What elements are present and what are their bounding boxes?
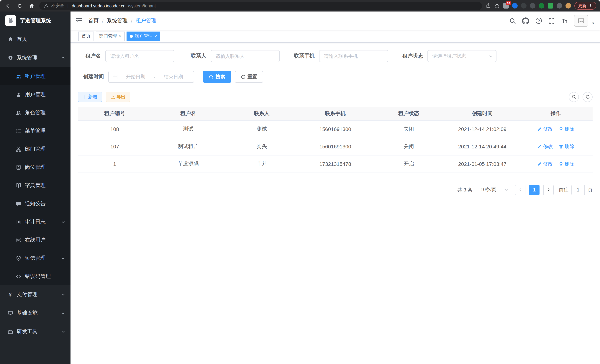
url-path[interactable]: /system/tenant	[128, 3, 156, 8]
delete-button[interactable]: 删除	[559, 126, 574, 132]
col-tenant-id: 租户编号	[78, 107, 151, 120]
browser-refresh-icon[interactable]	[16, 2, 24, 10]
caret-down-icon[interactable]: ▾	[592, 21, 594, 27]
add-button[interactable]: 新增	[78, 92, 102, 102]
export-button[interactable]: 导出	[106, 92, 130, 102]
goto-page-input[interactable]	[572, 185, 585, 195]
status-text: 开启	[372, 155, 445, 173]
share-icon[interactable]	[486, 3, 491, 9]
bookmark-star-icon[interactable]	[494, 3, 500, 9]
tag-home[interactable]: 首页	[78, 31, 94, 41]
sidebar-item-home[interactable]: 首页	[0, 30, 71, 49]
sidebar-item-error-code[interactable]: 错误码管理	[0, 267, 71, 285]
shield-icon	[16, 255, 21, 261]
extension-icon[interactable]	[548, 3, 553, 9]
help-icon[interactable]: ?	[535, 18, 542, 24]
sidebar-item-dept[interactable]: 部门管理	[0, 140, 71, 158]
url-domain[interactable]: dashboard.yudao.iocoder.cn	[72, 3, 125, 8]
org-tree-icon	[16, 146, 21, 152]
toggle-search-button[interactable]	[569, 92, 579, 102]
search-icon[interactable]	[509, 18, 516, 24]
date-range-picker[interactable]: 开始日期 - 结束日期	[108, 71, 194, 83]
browser-chrome: 不安全 | dashboard.yudao.iocoder.cn/system/…	[0, 0, 600, 11]
chevron-up-icon	[61, 56, 65, 60]
sidebar-item-dict[interactable]: 字典管理	[0, 176, 71, 195]
page-size-select[interactable]: 10条/页	[477, 185, 511, 195]
tenant-name-label: 租户名	[78, 53, 101, 59]
phone-input[interactable]	[319, 50, 388, 62]
breadcrumb-system[interactable]: 系统管理	[107, 18, 128, 24]
edit-button[interactable]: 修改	[537, 160, 553, 167]
chevron-down-icon	[489, 54, 493, 58]
address-bar[interactable]: 不安全 | dashboard.yudao.iocoder.cn/system/…	[39, 2, 482, 10]
contact-input[interactable]	[211, 50, 280, 62]
chrome-update-button[interactable]: 更新 ⋮	[574, 2, 596, 10]
status-label: 租户状态	[397, 53, 423, 59]
extension-icon[interactable]	[512, 3, 518, 9]
sidebar-item-system[interactable]: 系统管理	[0, 49, 71, 67]
browser-menu-icon[interactable]: ⋮	[589, 3, 593, 8]
sidebar-item-post[interactable]: 岗位管理	[0, 158, 71, 176]
tag-dept[interactable]: 部门管理 ×	[96, 31, 125, 41]
sidebar-item-sms[interactable]: 短信管理	[0, 249, 71, 267]
delete-button[interactable]: 删除	[559, 143, 574, 150]
browser-home-icon[interactable]	[28, 2, 36, 10]
tab-close-icon[interactable]: ×	[154, 34, 157, 38]
tenant-name-input[interactable]	[105, 50, 174, 62]
extension-icon[interactable]	[521, 3, 526, 9]
status-text: 关闭	[372, 138, 445, 155]
extension-icon[interactable]	[539, 3, 544, 9]
chevron-down-icon	[504, 188, 508, 192]
chevron-down-icon	[61, 311, 65, 315]
delete-button[interactable]: 删除	[559, 160, 574, 167]
date-end-placeholder: 结束日期	[157, 74, 190, 80]
audit-log-icon	[16, 219, 21, 224]
sidebar-menu: 首页 系统管理 租户管理 用户管理	[0, 30, 71, 364]
sidebar-item-payment[interactable]: ¥ 支付管理	[0, 285, 71, 304]
role-users-icon	[16, 110, 21, 115]
col-contact: 联系人	[225, 107, 299, 120]
edit-button[interactable]: 修改	[537, 126, 553, 132]
edit-button[interactable]: 修改	[537, 143, 553, 150]
search-button[interactable]: 搜索	[203, 71, 231, 83]
profile-avatar[interactable]	[565, 3, 571, 9]
extension-icon[interactable]: 10	[503, 3, 509, 9]
security-label[interactable]: 不安全	[51, 3, 64, 9]
extension-icon[interactable]	[557, 3, 562, 9]
sidebar-item-dev-tools[interactable]: 研发工具	[0, 322, 71, 341]
extension-icon[interactable]	[530, 3, 535, 9]
sidebar-item-tenant[interactable]: 租户管理	[0, 67, 71, 85]
total-count: 共 3 条	[457, 187, 472, 193]
sidebar-item-user[interactable]: 用户管理	[0, 85, 71, 103]
sidebar-item-infrastructure[interactable]: 基础设施	[0, 304, 71, 322]
sidebar-item-notice[interactable]: 通知公告	[0, 195, 71, 213]
table-header-row: 租户编号 租户名 联系人 联系手机 租户状态 创建时间 操作	[78, 107, 593, 120]
sidebar-item-role[interactable]: 角色管理	[0, 103, 71, 122]
tab-close-icon[interactable]: ×	[119, 34, 121, 38]
font-size-icon[interactable]	[561, 18, 568, 24]
avatar[interactable]	[574, 15, 588, 27]
not-secure-icon[interactable]	[44, 3, 49, 8]
sidebar-collapse-icon[interactable]	[76, 18, 82, 24]
fullscreen-icon[interactable]	[548, 18, 555, 24]
sidebar-item-menu[interactable]: 菜单管理	[0, 122, 71, 140]
page-number-1[interactable]: 1	[529, 185, 540, 195]
col-created: 创建时间	[445, 107, 519, 120]
refresh-table-button[interactable]	[582, 92, 593, 102]
sidebar-item-audit-log[interactable]: 审计日志	[0, 213, 71, 231]
active-dot	[130, 35, 133, 38]
status-select[interactable]: 请选择租户状态	[427, 50, 497, 62]
tag-tenant-active[interactable]: 租户管理 ×	[127, 31, 160, 41]
next-page-button[interactable]	[543, 185, 554, 195]
tenant-users-icon	[16, 74, 21, 79]
chevron-down-icon	[61, 292, 65, 297]
browser-back-icon[interactable]	[4, 2, 12, 10]
logo-row[interactable]: 芋道管理系统	[0, 11, 71, 30]
prev-page-button[interactable]	[515, 185, 525, 195]
col-status: 租户状态	[372, 107, 445, 120]
sidebar-item-online-users[interactable]: 在线用户	[0, 231, 71, 249]
svg-text:?: ?	[538, 19, 540, 23]
breadcrumb-home[interactable]: 首页	[88, 18, 99, 24]
github-icon[interactable]	[522, 17, 529, 24]
reset-button[interactable]: 重置	[235, 71, 263, 83]
